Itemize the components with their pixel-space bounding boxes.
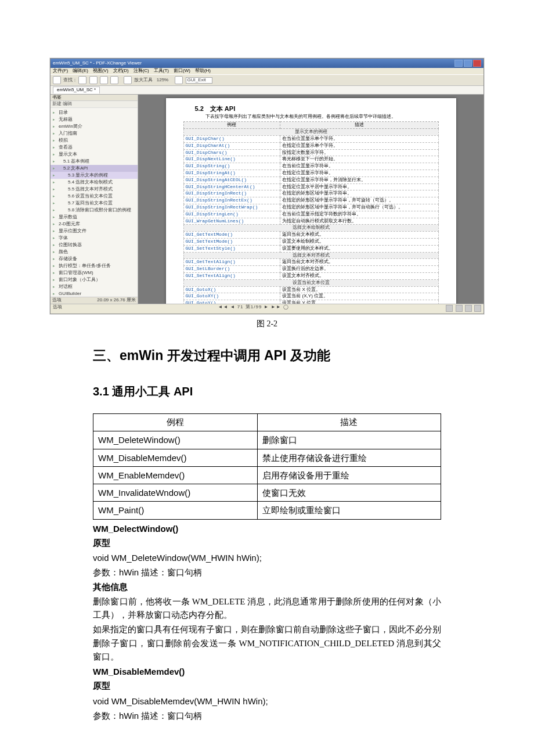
zoom-value[interactable]: 125% (157, 77, 168, 82)
page-navigator[interactable]: ◄◄ ◄ 71 第1/99 ► ►► ◯ (218, 305, 288, 314)
zoom-tool-icon[interactable] (124, 76, 132, 84)
bookmark-node[interactable]: 模拟 (50, 137, 138, 144)
undo-icon[interactable] (100, 76, 108, 84)
table-row: GUI_DispStringHCenterAt()在指定位置水平居中显示字符串。 (183, 183, 438, 190)
api-fn-cell: GUI_DispStringLen() (183, 211, 280, 218)
status-right-icons (445, 305, 481, 314)
table-row: WM_Paint()立即绘制或重绘窗口 (93, 502, 441, 519)
api-desc-cell: 返回当前文本对齐模式。 (280, 259, 438, 266)
api-desc-cell: 设置当前 X 位置。 (280, 286, 438, 293)
api-fn-cell: GUI_DispStringAtCEOL() (183, 177, 280, 183)
menu-item[interactable]: 文档(D) (113, 68, 129, 73)
document-tab[interactable]: emWin5_UM_SC * (53, 87, 100, 93)
table-row: GUI_DispStringAtCEOL()在指定位置显示字符串，并清除至行末。 (183, 177, 438, 183)
proto-code-1: void WM_DeleteWindow(WM_HWIN hWin); (93, 551, 441, 564)
api-fn-cell: GUI_SetTextMode() (183, 239, 280, 246)
ex-fn-cell: WM_DisableMemdev() (93, 449, 258, 466)
api-desc-cell: 在当前位置显示字符串。 (280, 163, 438, 170)
ex-fn-cell: WM_EnableMemdev() (93, 466, 258, 484)
api-fn-cell: GUI_SetTextStyle() (183, 245, 280, 252)
param-line-2: 参数：hWin 描述：窗口句柄 (93, 709, 441, 722)
bookmark-node[interactable]: emWin简介 (50, 123, 138, 130)
bookmark-node[interactable]: 执行模型：单任务/多任务 (50, 262, 138, 269)
bookmark-node[interactable]: GUIBuilder (50, 290, 138, 297)
bookmark-node[interactable]: 字体 (50, 235, 138, 242)
bookmark-node[interactable]: 5.3 显示文本的例程 (50, 172, 138, 179)
close-icon[interactable] (473, 60, 481, 67)
print-icon[interactable] (89, 76, 98, 84)
bookmark-node[interactable]: 无标题 (50, 116, 138, 123)
layout-facing-cont-icon[interactable] (474, 305, 481, 312)
bookmark-node[interactable]: 存储设备 (50, 255, 138, 262)
article-body: 三、emWin 开发过程中调用 API 及功能 3.1 通用小工具 API 例程… (93, 345, 441, 722)
status-left[interactable]: 选项 (53, 305, 62, 314)
bookmark-node[interactable]: 5.8 清除窗口或部分窗口的例程 (50, 207, 138, 214)
api-fn-cell: GUI_GetTextMode() (183, 232, 280, 239)
redo-icon[interactable] (110, 76, 118, 84)
api-desc-cell: 在指定位置显示单个字符。 (280, 142, 438, 149)
bookmark-node[interactable]: 位图转换器 (50, 242, 138, 249)
menu-item[interactable]: 帮助(H) (195, 68, 211, 73)
table-row: GUI_DispChar()在当前位置显示单个字符。 (183, 136, 438, 143)
bookmark-node[interactable]: 窗口管理器(WM) (50, 269, 138, 276)
menu-item[interactable]: 文件(F) (53, 68, 68, 73)
open-icon[interactable] (53, 76, 61, 84)
bookmark-node[interactable]: 5.1 基本例程 (50, 158, 138, 165)
other-info-heading-1: 其他信息 (93, 581, 441, 594)
api-fn-cell: GUI_DispStringInRectEx() (183, 197, 280, 204)
bookmark-node[interactable]: 2-D图元库 (50, 221, 138, 228)
status-bar: 选项 ◄◄ ◄ 71 第1/99 ► ►► ◯ (50, 304, 484, 314)
bookmark-node[interactable]: 对话框 (50, 283, 138, 290)
para-1a: 删除窗口前，他将收一条 WM_DELETE 消息，此消息通常用于删除所使用的任何… (93, 595, 441, 622)
api-fn-cell: GUI_DispStringInRectWrap() (183, 204, 280, 211)
table-row: GUI_SetTextStyle()设置要使用的文本样式。 (183, 245, 438, 252)
menu-item[interactable]: 工具(T) (154, 68, 169, 73)
bookmarks-tree[interactable]: 目录无标题emWin简介入门指南模拟查看器显示文本5.1 基本例程5.2 文本A… (50, 108, 138, 297)
search-icon[interactable] (175, 76, 183, 84)
bookmark-node[interactable]: 5.2 文本API (50, 165, 138, 172)
table-row: WM_DisableMemdev()禁止使用存储设备进行重绘 (93, 449, 441, 466)
zoom-tool-label: 放大工具 (134, 77, 153, 82)
table-row: GUI_DispChars()按指定次数显示字符。 (183, 149, 438, 156)
table-row: 设置当前文本位置 (183, 279, 438, 286)
window-titlebar: emWin5_UM_SC * - PDF-XChange Viewer (50, 59, 484, 68)
sidebar-footer-left[interactable]: 选项 (52, 297, 62, 303)
bookmark-node[interactable]: 颜色 (50, 249, 138, 255)
bookmark-node[interactable]: 入门指南 (50, 130, 138, 137)
table-row: GUI_DispStringInRect()在指定的矩形区域中显示字符串。 (183, 190, 438, 197)
ex-desc-cell: 删除窗口 (257, 431, 441, 449)
save-icon[interactable] (78, 76, 86, 84)
api-fn-cell: GUI_DispChars() (183, 149, 280, 156)
bookmark-node[interactable]: 显示位图文件 (50, 228, 138, 235)
fn-heading-2: WM_DisableMemdev() (93, 665, 441, 678)
menu-item[interactable]: 注释(C) (134, 68, 149, 73)
sidebar-toolbar[interactable]: 新建 编辑 (50, 101, 138, 108)
bookmark-node[interactable]: 窗口对象（小工具） (50, 276, 138, 283)
menu-item[interactable]: 编辑(E) (73, 68, 88, 73)
menu-item[interactable]: 视图(V) (93, 68, 109, 73)
proto-heading-2: 原型 (93, 679, 441, 693)
bookmark-node[interactable]: 显示文本 (50, 151, 138, 158)
table-row: GUI_GetTextAlign()返回当前文本对齐模式。 (183, 259, 438, 266)
table-row: GUI_GotoXY()设置当前 (X,Y) 位置。 (183, 293, 438, 300)
bookmark-node[interactable]: 5.5 选择文本对齐模式 (50, 186, 138, 193)
maximize-icon[interactable] (464, 60, 472, 67)
layout-facing-icon[interactable] (465, 305, 472, 312)
api-desc-cell: 将光标移至下一行的开始。 (280, 156, 438, 163)
bookmark-node[interactable]: 显示数值 (50, 214, 138, 221)
bookmark-node[interactable]: 目录 (50, 109, 138, 116)
bookmark-node[interactable]: 5.7 返回当前文本位置 (50, 200, 138, 207)
bookmark-node[interactable]: 5.4 选择文本绘制模式 (50, 179, 138, 186)
table-row: GUI_SetLBorder()设置换行后的左边界。 (183, 266, 438, 273)
api-desc-cell: 按指定次数显示字符。 (280, 149, 438, 156)
bookmark-node[interactable]: 查看器 (50, 144, 138, 151)
api-fn-cell: GUI_GotoXY() (183, 293, 280, 300)
api-desc-cell: 在当前位置显示单个字符。 (280, 136, 438, 143)
layout-cont-icon[interactable] (456, 305, 463, 312)
bookmark-node[interactable]: 5.6 设置当前文本位置 (50, 193, 138, 200)
api-desc-cell: 设置换行后的左边界。 (280, 266, 438, 273)
menu-item[interactable]: 窗口(W) (174, 68, 190, 73)
layout-single-icon[interactable] (446, 305, 453, 312)
minimize-icon[interactable] (454, 60, 463, 67)
search-input[interactable]: GUI_Exit (186, 77, 212, 84)
